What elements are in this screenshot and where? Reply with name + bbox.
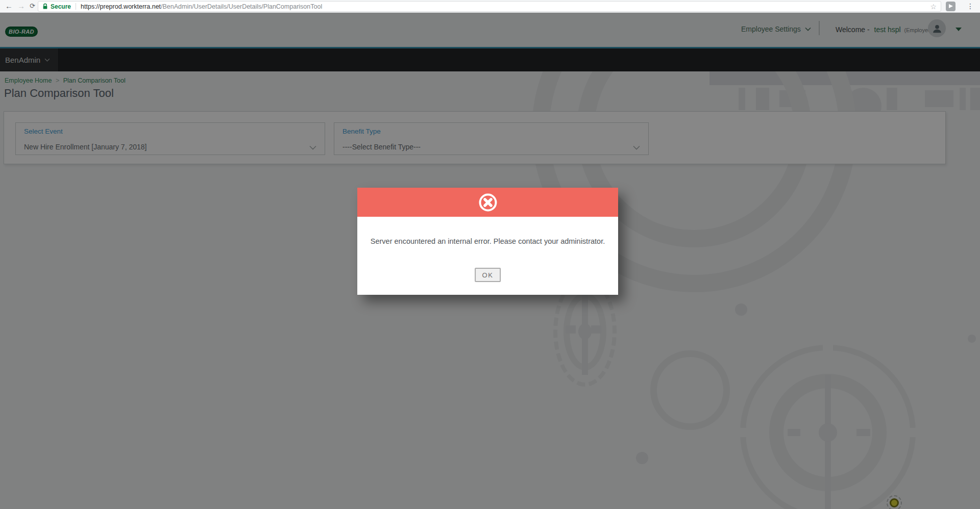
ok-button[interactable]: OK [475, 268, 501, 282]
error-modal-body: Server encountered an internal error. Pl… [357, 217, 618, 295]
secure-badge: Secure [51, 3, 71, 10]
extension-icon[interactable] [946, 2, 955, 11]
browser-menu-icon[interactable]: ⋮ [967, 1, 974, 12]
url-path: /BenAdmin/UserDetails/UserDetails/PlanCo… [161, 3, 322, 10]
error-modal-header [357, 188, 618, 217]
bookmark-star-icon[interactable]: ☆ [930, 3, 937, 11]
page-viewport: BIO-RAD Employee Settings Welcome - test… [0, 13, 980, 509]
browser-reload-icon[interactable]: ⟳ [30, 1, 35, 11]
error-circle-x-icon [477, 192, 499, 213]
error-modal: Server encountered an internal error. Pl… [357, 188, 618, 295]
url-text: https://preprod.workterra.net/BenAdmin/U… [81, 3, 322, 10]
browser-forward-icon[interactable]: → [17, 1, 25, 12]
browser-back-icon[interactable]: ← [5, 1, 13, 12]
address-bar[interactable]: Secure https://preprod.workterra.net/Ben… [38, 1, 941, 12]
browser-toolbar: ← → ⟳ Secure https://preprod.workterra.n… [0, 0, 980, 13]
omnibox-divider [76, 3, 76, 10]
padlock-icon [42, 3, 48, 10]
url-origin: https://preprod.workterra.net [81, 3, 161, 10]
error-message: Server encountered an internal error. Pl… [357, 237, 618, 245]
